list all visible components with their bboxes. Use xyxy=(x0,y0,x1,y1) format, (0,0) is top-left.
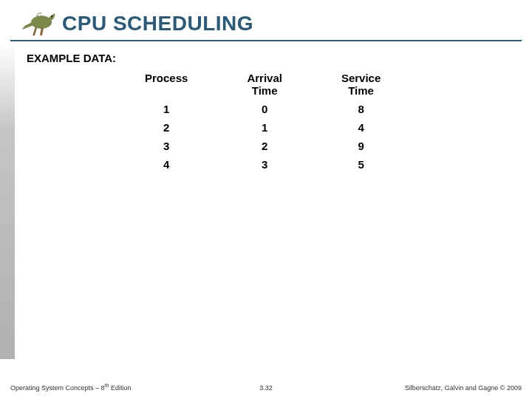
col-service-label-2: Time xyxy=(348,84,374,97)
col-service-label-1: Service xyxy=(341,72,381,84)
cell-service: 5 xyxy=(312,155,410,174)
col-arrival-label-2: Time xyxy=(252,84,278,97)
cell-process: 4 xyxy=(115,155,217,174)
footer-right: Silberschatz, Galvin and Gagne © 2009 xyxy=(405,384,522,392)
svg-point-1 xyxy=(51,16,52,17)
cell-service: 9 xyxy=(312,137,410,155)
footer-page-number: 3.32 xyxy=(259,384,273,392)
cell-process: 3 xyxy=(115,137,217,155)
cell-arrival: 2 xyxy=(217,137,312,155)
page-title: CPU SCHEDULING xyxy=(62,12,253,35)
cell-service: 8 xyxy=(312,100,410,118)
table-row: 2 1 4 xyxy=(115,118,410,137)
table-header-row: Process Arrival Time Service Time xyxy=(115,69,410,100)
footer: Operating System Concepts – 8th Edition … xyxy=(10,383,522,392)
footer-left-text-a: Operating System Concepts – 8 xyxy=(10,384,105,392)
col-process-label: Process xyxy=(145,72,188,84)
cell-arrival: 3 xyxy=(217,155,312,174)
left-gradient-bar xyxy=(0,41,15,359)
content-area: EXAMPLE DATA: Process Arrival Time Servi… xyxy=(27,52,505,174)
col-service: Service Time xyxy=(312,69,410,100)
slide: CPU SCHEDULING EXAMPLE DATA: Process Arr… xyxy=(0,0,532,399)
col-arrival: Arrival Time xyxy=(217,69,312,100)
example-label: EXAMPLE DATA: xyxy=(27,52,505,64)
cell-process: 1 xyxy=(115,100,217,118)
table-row: 4 3 5 xyxy=(115,155,410,174)
col-process: Process xyxy=(115,69,217,100)
cell-arrival: 0 xyxy=(217,100,312,118)
footer-left-text-b: Edition xyxy=(109,384,131,392)
table-row: 1 0 8 xyxy=(115,100,410,118)
col-arrival-label-1: Arrival xyxy=(247,72,282,84)
cell-arrival: 1 xyxy=(217,118,312,137)
example-data-table: Process Arrival Time Service Time 1 0 xyxy=(115,69,410,174)
cell-process: 2 xyxy=(115,118,217,137)
footer-left: Operating System Concepts – 8th Edition xyxy=(10,383,131,392)
table-row: 3 2 9 xyxy=(115,137,410,155)
dinosaur-logo xyxy=(19,6,59,37)
cell-service: 4 xyxy=(312,118,410,137)
title-underline xyxy=(10,40,522,41)
